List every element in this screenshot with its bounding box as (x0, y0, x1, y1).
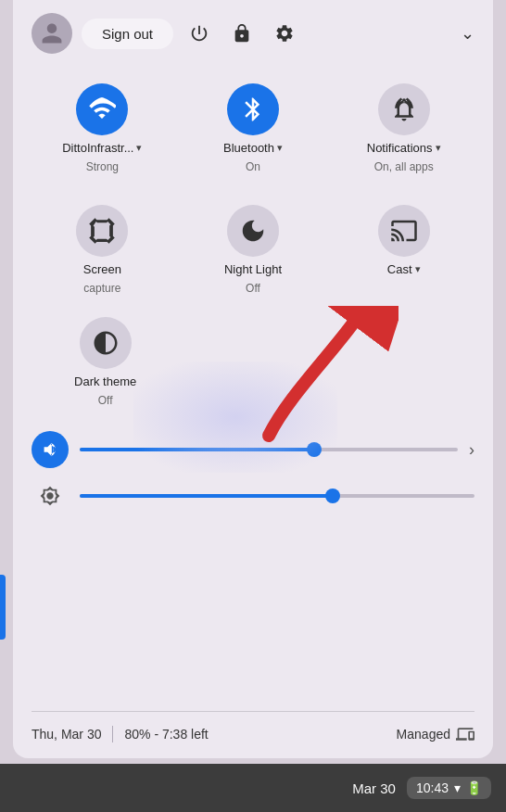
lock-icon[interactable] (225, 17, 259, 50)
night-light-label: Night Light (224, 262, 282, 276)
cast-icon-wrap (378, 205, 430, 257)
status-battery: 80% - 7:38 left (124, 727, 208, 742)
cast-dropdown-arrow: ▾ (415, 263, 421, 275)
bluetooth-icon-wrap (227, 83, 279, 135)
status-divider (112, 726, 113, 742)
tile-dark-theme[interactable]: Dark theme Off (32, 304, 179, 416)
wifi-label: DittoInfrastr... ▾ (62, 141, 142, 155)
dark-theme-label: Dark theme (74, 374, 136, 388)
avatar[interactable] (32, 13, 72, 54)
power-icon[interactable] (183, 17, 216, 50)
brightness-slider-track[interactable] (80, 494, 474, 498)
brightness-slider-thumb (325, 488, 340, 503)
tiles-row-1: DittoInfrastr... ▾ Strong Bluetooth ▾ On… (32, 70, 474, 183)
left-accent (0, 575, 6, 640)
wifi-icon-wrap (76, 83, 128, 135)
tile-night-light[interactable]: Night Light Off (183, 192, 324, 304)
brightness-slider-row (32, 477, 474, 514)
screen-capture-sublabel: capture (83, 282, 120, 295)
notifications-icon-wrap (378, 83, 430, 135)
night-light-sublabel: Off (246, 282, 260, 295)
sign-out-button[interactable]: Sign out (82, 19, 173, 49)
chevron-down-icon[interactable]: ⌄ (461, 23, 474, 44)
notifications-sublabel: On, all apps (374, 160, 434, 173)
status-managed: Managed (397, 725, 474, 743)
wifi-dropdown-arrow: ▾ (136, 142, 142, 154)
status-date: Thu, Mar 30 (32, 727, 101, 742)
battery-status-icon: 🔋 (466, 780, 482, 795)
tile-bluetooth[interactable]: Bluetooth ▾ On (183, 70, 324, 183)
tile-screen-capture[interactable]: Screen capture (32, 192, 173, 304)
notifications-label: Notifications ▾ (367, 141, 441, 155)
bluetooth-sublabel: On (246, 160, 260, 173)
brightness-icon[interactable] (32, 477, 69, 514)
volume-slider-row: › (32, 431, 474, 468)
tile-wifi[interactable]: DittoInfrastr... ▾ Strong (32, 70, 173, 183)
taskbar-status-pill[interactable]: 10:43 ▾ 🔋 (407, 777, 491, 799)
bluetooth-dropdown-arrow: ▾ (277, 142, 283, 154)
dark-theme-icon-wrap (80, 317, 132, 369)
cast-label: Cast ▾ (387, 262, 421, 276)
bluetooth-label: Bluetooth ▾ (223, 141, 283, 155)
wifi-status-icon: ▾ (454, 780, 461, 795)
tiles-row-3: Dark theme Off (32, 304, 474, 416)
volume-icon[interactable] (32, 431, 69, 468)
notifications-dropdown-arrow: ▾ (436, 142, 441, 154)
night-light-icon-wrap (227, 205, 279, 257)
screen-capture-label: Screen (83, 262, 121, 276)
volume-slider-thumb (307, 442, 322, 457)
settings-icon[interactable] (268, 17, 301, 50)
taskbar-time: 10:43 (416, 780, 449, 795)
taskbar: Mar 30 10:43 ▾ 🔋 (0, 764, 506, 812)
sliders-section: › (32, 431, 474, 514)
wifi-sublabel: Strong (86, 160, 119, 173)
tiles-row-2: Screen capture Night Light Off Cast ▾ (32, 192, 474, 304)
top-bar: Sign out ⌄ (32, 13, 474, 54)
screen-capture-icon-wrap (76, 205, 128, 257)
status-bar: Thu, Mar 30 80% - 7:38 left Managed (32, 711, 474, 743)
brightness-slider-fill (80, 494, 333, 498)
taskbar-date: Mar 30 (352, 780, 396, 796)
volume-slider-fill (80, 448, 314, 451)
tile-notifications[interactable]: Notifications ▾ On, all apps (333, 70, 474, 183)
quick-settings-panel: Sign out ⌄ DittoInfrastr... ▾ Strong (13, 0, 493, 758)
dark-theme-sublabel: Off (98, 394, 113, 407)
volume-slider-track[interactable] (80, 448, 458, 451)
volume-expand-icon[interactable]: › (469, 440, 474, 460)
tile-cast[interactable]: Cast ▾ (333, 192, 474, 304)
